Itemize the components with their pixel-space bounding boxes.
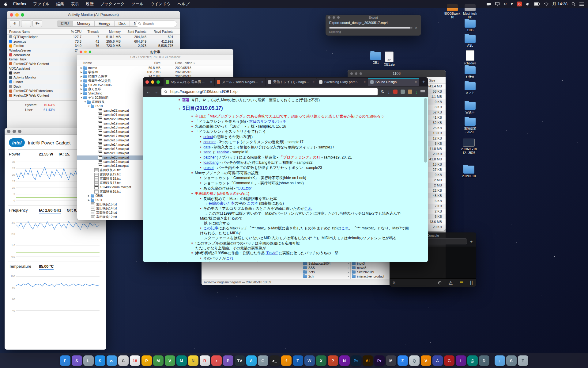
list-item[interactable]: Zets▸ bbox=[302, 270, 350, 274]
dock-icon-word[interactable]: W bbox=[304, 355, 315, 366]
extension-icon[interactable] bbox=[408, 90, 412, 94]
search-input[interactable] bbox=[142, 21, 168, 26]
dock-icon-thunderbird[interactable]: T bbox=[293, 355, 303, 366]
dock-icon-contacts[interactable]: C bbox=[118, 355, 129, 366]
menu-item[interactable]: 表示 bbox=[68, 0, 82, 8]
link[interactable]: preset bbox=[203, 166, 213, 170]
desktop-icon--[interactable]: お仕事 bbox=[461, 66, 480, 79]
video-icon[interactable] bbox=[487, 2, 491, 6]
tab--yoichi-nagashima[interactable]: メール - Yoichi Nagashima× bbox=[215, 78, 266, 86]
dock-icon-messages[interactable]: M bbox=[153, 355, 164, 366]
tab-energy[interactable]: Energy bbox=[95, 21, 115, 26]
tab-sketching-diary-part-5[interactable]: Sketching Diary part 5× bbox=[317, 78, 368, 86]
desktop-icon-1106[interactable]: 1106 bbox=[461, 20, 480, 32]
tab-5-[interactable]: 5ちゃんねる 電車男 ニュース ヘ× bbox=[164, 78, 214, 86]
tab-memory[interactable]: Memory bbox=[73, 21, 94, 26]
dock-icon-podcasts[interactable]: P bbox=[223, 355, 233, 366]
battery-icon[interactable] bbox=[534, 2, 540, 6]
link[interactable]: この本 bbox=[247, 201, 258, 205]
dock-icon-music[interactable]: ♪ bbox=[211, 355, 222, 366]
link[interactable]: patcher bbox=[203, 155, 216, 159]
ublock-icon[interactable] bbox=[393, 90, 398, 94]
menu-bar-clock[interactable]: 月 14:28 bbox=[552, 1, 567, 7]
tab-cpu[interactable]: CPU bbox=[57, 21, 73, 26]
dock-icon-launchpad[interactable]: L bbox=[83, 355, 94, 366]
disclosure-triangle[interactable]: ▶ bbox=[87, 198, 91, 202]
add-filter-button[interactable]: + bbox=[469, 239, 474, 244]
dock-icon-facetime[interactable]: V bbox=[165, 355, 175, 366]
link[interactable]: この記事 bbox=[203, 226, 218, 230]
menu-item[interactable]: ブックマーク bbox=[97, 0, 128, 8]
list-item[interactable]: ▶memo59.8 MB2020/05/18 bbox=[77, 66, 233, 70]
volume-icon[interactable] bbox=[526, 2, 530, 6]
close-icon[interactable]: × bbox=[393, 280, 395, 286]
dock-icon-calendar[interactable]: 18 bbox=[130, 355, 140, 366]
tab-close-icon[interactable]: × bbox=[415, 80, 417, 84]
link[interactable]: loadbang bbox=[203, 160, 218, 165]
forward-icon[interactable]: → bbox=[154, 89, 158, 94]
table-row[interactable]: QTPlayerHelper127.77510.1 MB204,345591 bbox=[7, 35, 180, 39]
disclosure-triangle[interactable]: ▶ bbox=[80, 66, 83, 70]
display-icon[interactable] bbox=[495, 2, 499, 6]
link[interactable]: これ bbox=[226, 256, 234, 260]
reload-icon[interactable]: ↻ bbox=[381, 89, 385, 94]
menu-app-name[interactable]: Firefox bbox=[10, 0, 30, 8]
warning-icon[interactable]: ⚠ bbox=[448, 280, 453, 286]
tab-close-icon[interactable]: × bbox=[210, 80, 212, 84]
disclosure-triangle[interactable]: ▶ bbox=[80, 91, 83, 96]
desktop-icon--[interactable]: メアド bbox=[461, 82, 480, 95]
export-dialog[interactable]: Export Export sound_design_20200517.mp4 … bbox=[326, 15, 421, 36]
ime-icon[interactable]: あ bbox=[517, 2, 522, 6]
dock-icon-illustrator[interactable]: Ai bbox=[363, 355, 373, 366]
tab-sound-design[interactable]: Sound Design× bbox=[368, 78, 419, 86]
time-machine-icon[interactable]: ↻ bbox=[503, 2, 507, 6]
column-header-size[interactable]: Size bbox=[139, 60, 160, 66]
clock-icon[interactable] bbox=[438, 281, 442, 285]
activity-monitor-titlebar[interactable]: Activity Monitor (All Processes) bbox=[7, 11, 180, 19]
link[interactable]: これ bbox=[304, 206, 312, 211]
dock-icon-max[interactable]: M bbox=[386, 355, 396, 366]
dock-icon-tv[interactable]: TV bbox=[235, 355, 245, 366]
url-input[interactable] bbox=[170, 89, 375, 94]
column-header[interactable]: Rcvd Packets bbox=[146, 29, 173, 34]
column-header[interactable]: Process Name bbox=[9, 29, 60, 34]
dock-icon-trash[interactable]: T bbox=[518, 355, 528, 366]
dock-icon-quicktime[interactable]: Q bbox=[409, 355, 420, 366]
dock-icon-photos[interactable]: P bbox=[141, 355, 152, 366]
scrollbar[interactable] bbox=[424, 98, 427, 261]
column-header[interactable]: % CPU bbox=[60, 29, 81, 34]
disclosure-triangle[interactable]: ▼ bbox=[87, 104, 91, 109]
new-tab-button[interactable]: + bbox=[419, 79, 428, 85]
dock-icon-premiere[interactable]: Pr bbox=[374, 355, 385, 366]
disclosure-triangle[interactable]: ▶ bbox=[80, 70, 83, 75]
dock-icon-downloads-stack[interactable]: ↓ bbox=[495, 355, 505, 366]
desktop-icon-ob1-zip[interactable]: OB1.zip bbox=[380, 52, 399, 67]
dock-icon-system-preferences[interactable]: G bbox=[258, 355, 268, 366]
quit-process-icon[interactable]: ⊗ bbox=[10, 20, 20, 27]
link[interactable]: receive bbox=[217, 150, 229, 154]
desktop-icon-20190510[interactable]: 20190510 bbox=[459, 166, 478, 178]
back-icon[interactable]: ← bbox=[146, 89, 151, 94]
disclosure-triangle[interactable]: ▼ bbox=[83, 100, 87, 104]
dock-icon-vlc[interactable]: V bbox=[421, 355, 431, 366]
dock-icon-photoshop[interactable]: Ps bbox=[351, 355, 361, 366]
disclosure-triangle[interactable]: ▶ bbox=[80, 79, 83, 83]
link[interactable]: これ bbox=[341, 226, 349, 230]
cancel-export-icon[interactable]: ✕ bbox=[415, 26, 417, 29]
dock-icon-safari[interactable]: S bbox=[95, 355, 105, 366]
tab-close-icon[interactable]: × bbox=[262, 80, 263, 84]
dock-icon-zoom[interactable]: Z bbox=[398, 355, 408, 366]
column-header-date[interactable]: Date...dified ∨ bbox=[160, 60, 233, 66]
column-header[interactable]: Memory bbox=[99, 29, 121, 34]
dock-icon-notes[interactable]: N bbox=[188, 355, 198, 366]
scrollbar-thumb[interactable] bbox=[424, 98, 427, 163]
column-header[interactable]: Threads bbox=[81, 29, 99, 34]
dock-icon-finder[interactable]: F bbox=[60, 355, 70, 366]
dock-icon-app-store[interactable]: A bbox=[246, 355, 257, 366]
pause-icon[interactable]: || bbox=[470, 280, 473, 286]
apple-menu[interactable] bbox=[0, 2, 10, 6]
dock-icon-imovie[interactable]: i bbox=[456, 355, 466, 366]
dock-icon-firefox[interactable]: f bbox=[281, 355, 292, 366]
disclosure-triangle[interactable]: ▶ bbox=[80, 87, 83, 91]
disclosure-triangle[interactable]: ▼ bbox=[80, 96, 83, 100]
